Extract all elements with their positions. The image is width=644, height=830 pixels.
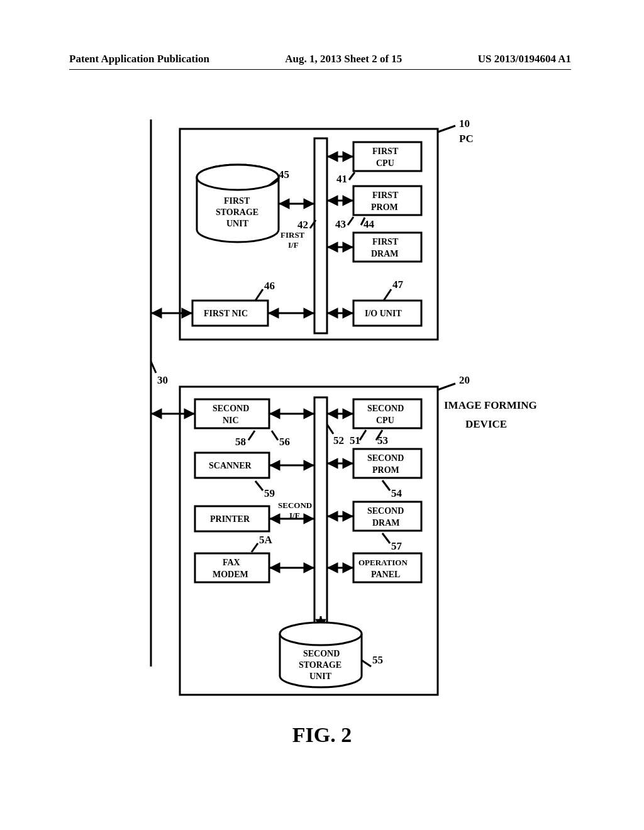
ref-45: 45 (279, 169, 289, 180)
header-right: US 2013/0194604 A1 (478, 53, 571, 65)
second-if-bus (314, 397, 327, 630)
second-if-label1: SECOND (278, 501, 312, 510)
ref-56: 56 (279, 436, 290, 448)
page-header: Patent Application Publication Aug. 1, 2… (69, 53, 571, 70)
header-left: Patent Application Publication (69, 53, 209, 65)
ref-59: 59 (264, 487, 275, 499)
ref-57: 57 (391, 540, 402, 552)
first-if-label2: I/F (288, 240, 299, 250)
second-prom-l1: SECOND (367, 453, 404, 463)
ref-line-20 (438, 384, 455, 390)
ref-42: 42 (297, 219, 308, 231)
diagram-canvas: 30 10 PC FIRST I/F 42 FIRST CPU 41 FIRST… (69, 119, 566, 704)
printer-l: PRINTER (210, 514, 250, 524)
ref-20: 20 (459, 374, 470, 386)
second-storage-l1: SECOND (303, 649, 340, 658)
second-prom-l2: PROM (372, 465, 399, 475)
ref-41: 41 (336, 173, 347, 185)
second-nic-l2: NIC (223, 416, 239, 425)
ref-5A: 5A (259, 534, 273, 546)
ref-52: 52 (333, 434, 344, 446)
second-dram-l1: SECOND (367, 506, 404, 516)
second-nic-l1: SECOND (213, 404, 249, 413)
first-if-label1: FIRST (280, 230, 305, 240)
ifd-label1: IMAGE FORMING (444, 399, 537, 411)
ref-58: 58 (235, 436, 246, 448)
first-cpu-l1: FIRST (372, 147, 399, 156)
pc-label: PC (459, 133, 474, 145)
first-prom-l1: FIRST (372, 191, 399, 200)
second-cpu-l1: SECOND (367, 404, 404, 413)
ref-47: 47 (392, 279, 404, 290)
ref-54: 54 (391, 487, 402, 499)
io-unit-l: I/O UNIT (365, 309, 402, 318)
ref-53: 53 (377, 434, 388, 446)
second-storage-l3: UNIT (309, 672, 332, 681)
ref-line-10 (438, 126, 455, 132)
figure-caption: FIG. 2 (0, 723, 644, 747)
op-l1: OPERATION (358, 558, 408, 567)
ref-10: 10 (459, 119, 470, 130)
header-center: Aug. 1, 2013 Sheet 2 of 15 (285, 53, 402, 65)
second-storage-l2: STORAGE (299, 660, 341, 670)
fax-l1: FAX (223, 558, 240, 567)
fax-l2: MODEM (213, 570, 248, 579)
first-storage-l1: FIRST (224, 196, 250, 206)
second-dram-l2: DRAM (372, 518, 400, 528)
first-prom-l2: PROM (371, 202, 398, 212)
first-storage-top2 (197, 165, 279, 190)
ref-43: 43 (335, 218, 346, 230)
first-storage-l3: UNIT (226, 219, 249, 228)
scanner-l: SCANNER (209, 461, 252, 470)
first-storage-l2: STORAGE (216, 208, 258, 217)
second-cpu-l2: CPU (376, 416, 394, 425)
ref-30: 30 (157, 374, 168, 386)
first-cpu-l2: CPU (376, 158, 394, 168)
page: Patent Application Publication Aug. 1, 2… (0, 0, 644, 830)
ref-51: 51 (350, 434, 360, 446)
ref-55: 55 (372, 654, 383, 666)
op-l2: PANEL (371, 570, 400, 579)
ifd-label2: DEVICE (465, 418, 507, 430)
first-dram-l2: DRAM (371, 249, 399, 258)
first-dram-l1: FIRST (372, 237, 399, 246)
ref-44: 44 (364, 218, 375, 230)
first-nic-l: FIRST NIC (204, 309, 248, 318)
first-if-bus (314, 138, 327, 333)
second-storage-top (280, 622, 362, 645)
ref-46: 46 (264, 280, 275, 292)
